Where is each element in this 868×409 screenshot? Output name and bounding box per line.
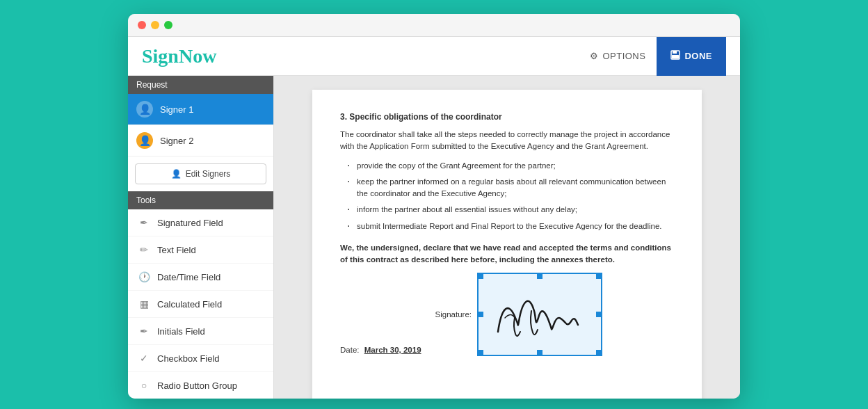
declaration-text: We, the undersigned, declare that we hav…	[340, 242, 674, 266]
minimize-dot[interactable]	[151, 21, 159, 29]
sidebar-item-signer2[interactable]: 👤 Signer 2	[128, 125, 273, 157]
clock-icon: 🕐	[138, 271, 150, 283]
tool-text-field[interactable]: ✏ Text Field	[128, 236, 273, 264]
header: SignNow ⚙ OPTIONS DONE	[128, 37, 740, 76]
gear-icon: ⚙	[590, 51, 599, 61]
edit-signers-button[interactable]: 👤 Edit Signers	[135, 163, 266, 184]
tool-datetime-field[interactable]: 🕐 Date/Time Field	[128, 264, 273, 291]
text-icon: ✏	[138, 243, 150, 256]
bullet-item-2: keep the partner informed on a regular b…	[347, 176, 674, 200]
app-window: SignNow ⚙ OPTIONS DONE	[128, 14, 740, 399]
person-icon: 👤	[171, 169, 182, 179]
maximize-dot[interactable]	[164, 21, 172, 29]
svg-rect-1	[673, 51, 677, 54]
tool-signature-field[interactable]: ✒ Signatured Field	[128, 209, 273, 236]
header-actions: ⚙ OPTIONS DONE	[579, 37, 726, 76]
close-dot[interactable]	[138, 21, 146, 29]
signature-section: Signature:	[435, 273, 602, 356]
signer2-avatar: 👤	[136, 132, 153, 149]
sidebar: Request 👤 Signer 1 👤 Signer 2 👤 Edit Sig…	[128, 76, 274, 399]
initials-icon: ✒	[138, 325, 150, 337]
intro-paragraph: The coordinator shall take all the steps…	[340, 129, 674, 153]
svg-rect-2	[672, 55, 679, 58]
signer2-label: Signer 2	[160, 136, 193, 146]
done-button[interactable]: DONE	[657, 37, 726, 76]
sidebar-item-signer1[interactable]: 👤 Signer 1	[128, 94, 273, 125]
signer1-avatar: 👤	[136, 101, 153, 118]
checkbox-icon: ✓	[138, 352, 150, 364]
radio-icon: ○	[138, 379, 150, 392]
tool-initials-field[interactable]: ✒ Initials Field	[128, 318, 273, 345]
save-icon	[670, 50, 680, 62]
bullet-item-4: submit Intermediate Report and Final Rep…	[347, 220, 674, 232]
tools-section-header: Tools	[128, 191, 273, 209]
calculated-icon: ▦	[138, 298, 150, 310]
bullet-item-1: provide the copy of the Grant Agreement …	[347, 160, 674, 172]
content-area: Request 👤 Signer 1 👤 Signer 2 👤 Edit Sig…	[128, 76, 740, 399]
document-page: 3. Specific obligations of the coordinat…	[312, 90, 702, 399]
request-section-header: Request	[128, 76, 273, 94]
options-button[interactable]: ⚙ OPTIONS	[579, 45, 657, 67]
document-area: 3. Specific obligations of the coordinat…	[274, 76, 740, 399]
date-section: Date: March 30, 2019	[340, 344, 421, 356]
bullet-item-3: inform the partner about all essential i…	[347, 204, 674, 216]
app-body: SignNow ⚙ OPTIONS DONE	[128, 37, 740, 399]
signature-box[interactable]	[477, 273, 602, 356]
titlebar	[128, 14, 740, 37]
signature-row: Date: March 30, 2019 Signature:	[340, 273, 674, 356]
bullet-list: provide the copy of the Grant Agreement …	[347, 160, 674, 232]
tool-calculated-field[interactable]: ▦ Calculated Field	[128, 291, 273, 318]
signer1-label: Signer 1	[160, 104, 193, 115]
logo: SignNow	[142, 45, 216, 67]
section-title: 3. Specific obligations of the coordinat…	[340, 111, 674, 123]
signature-drawing	[484, 280, 595, 349]
tool-checkbox-field[interactable]: ✓ Checkbox Field	[128, 345, 273, 372]
tool-radio-group[interactable]: ○ Radio Button Group	[128, 372, 273, 399]
signature-icon: ✒	[138, 216, 150, 229]
